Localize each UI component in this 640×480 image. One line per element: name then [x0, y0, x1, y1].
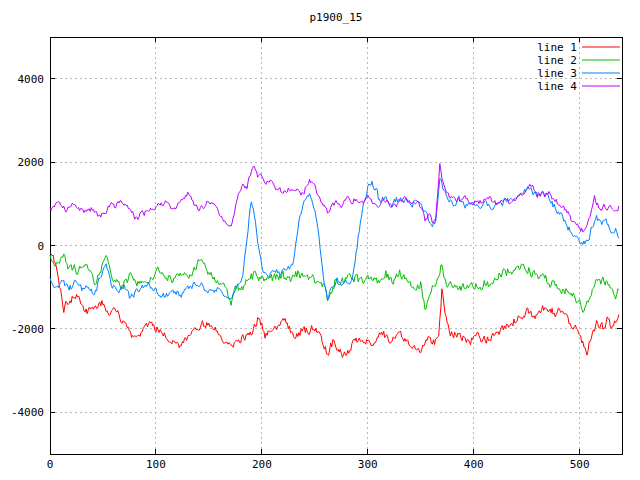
y-tick-label: -2000	[11, 323, 44, 336]
series-layer	[50, 164, 619, 358]
y-tick-label: 2000	[18, 156, 45, 169]
x-tick-label: 300	[358, 458, 378, 471]
legend-label-line-4: line 4	[537, 80, 577, 93]
series-line-2	[50, 254, 619, 313]
x-tick-label: 500	[570, 458, 590, 471]
grid-layer	[50, 37, 622, 454]
legend-label-line-3: line 3	[537, 67, 577, 80]
x-tick-label: 100	[146, 458, 166, 471]
x-tick-label: 200	[252, 458, 272, 471]
axis-layer: 0100200300400500-4000-2000020004000	[11, 37, 622, 471]
chart-title: p1900_15	[310, 11, 363, 24]
x-tick-label: 400	[464, 458, 484, 471]
y-tick-label: 0	[37, 240, 44, 253]
legend-label-line-2: line 2	[537, 54, 577, 67]
y-tick-label: -4000	[11, 406, 44, 419]
legend-label-line-1: line 1	[537, 41, 577, 54]
series-line-1	[50, 254, 619, 358]
y-tick-label: 4000	[18, 73, 45, 86]
legend: line 1line 2line 3line 4	[537, 41, 620, 93]
gnuplot-chart: 0100200300400500-4000-2000020004000 line…	[0, 0, 640, 480]
series-line-4	[50, 164, 619, 232]
x-tick-label: 0	[47, 458, 54, 471]
plot-canvas: 0100200300400500-4000-2000020004000 line…	[0, 0, 640, 480]
